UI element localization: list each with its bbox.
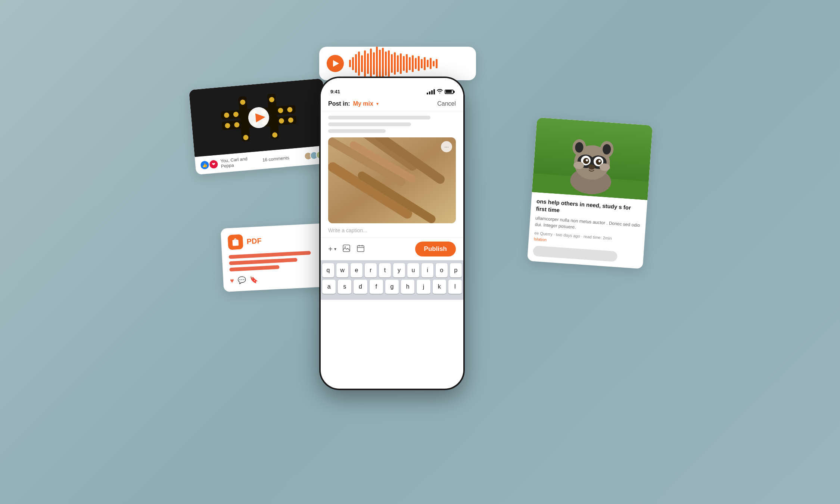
waveform-bar	[412, 55, 414, 72]
waveform-bar	[388, 50, 390, 77]
pdf-line	[229, 265, 280, 271]
key-f[interactable]: f	[370, 280, 383, 294]
key-i[interactable]: i	[421, 263, 433, 277]
caption-area[interactable]: Write a caption...	[321, 223, 463, 237]
text-line	[328, 129, 386, 133]
key-t[interactable]: t	[379, 263, 391, 277]
post-in-label: Post in:	[328, 100, 350, 107]
text-line	[328, 122, 411, 126]
caption-placeholder: Write a caption...	[328, 227, 367, 233]
waveform-bar	[394, 52, 396, 75]
phone-content: Post in: My mix ▾ Cancel	[321, 97, 463, 389]
reactions-group: 👍 ❤	[200, 160, 218, 169]
waveform-bar	[415, 58, 417, 69]
key-y[interactable]: y	[393, 263, 405, 277]
social-reaction-text: You, Carl and Peppa	[220, 155, 260, 169]
waveform-bar	[352, 57, 354, 70]
bookmark-icon[interactable]: 🔖	[249, 275, 258, 284]
signal-bar	[433, 89, 435, 94]
status-bar: 9:41	[330, 89, 454, 94]
article-action-button[interactable]	[533, 245, 617, 262]
pdf-line	[229, 258, 297, 265]
add-chevron-icon: ▾	[334, 246, 336, 252]
waveform-bar	[436, 59, 438, 68]
image-menu-button[interactable]: ···	[441, 141, 452, 152]
phone-screen: 9:41	[321, 78, 463, 389]
calendar-icon[interactable]	[357, 244, 365, 254]
waveform-bar	[373, 52, 375, 75]
signal-icon	[427, 89, 435, 94]
waveform-bar	[433, 61, 435, 66]
battery-icon	[445, 90, 454, 94]
my-mix-button[interactable]: My mix	[353, 100, 373, 107]
waveform-bar	[418, 56, 420, 71]
heart-reaction: ❤	[209, 160, 218, 169]
waveform-bar	[424, 57, 426, 70]
social-post-card: 👍 ❤ You, Carl and Peppa 16 comments	[189, 78, 330, 175]
keyboard: q w e r t y u i o p a s d	[321, 260, 463, 300]
wifi-icon	[437, 89, 443, 94]
pdf-line	[228, 251, 311, 259]
waveform-bar	[364, 50, 366, 77]
signal-bar	[431, 90, 433, 94]
waveform-bar	[376, 47, 378, 80]
waveform-bar	[370, 49, 372, 78]
heart-icon[interactable]: ♥	[230, 277, 234, 285]
phone-mockup: 9:41	[319, 77, 465, 390]
audio-waveform	[349, 47, 469, 80]
time-display: 9:41	[330, 89, 340, 94]
article-link[interactable]: lslation	[534, 236, 547, 242]
key-a[interactable]: a	[322, 280, 336, 294]
key-k[interactable]: k	[433, 280, 446, 294]
waveform-bar	[379, 50, 381, 78]
key-s[interactable]: s	[338, 280, 351, 294]
waveform-bar	[391, 54, 393, 73]
signal-bar	[427, 93, 428, 94]
key-u[interactable]: u	[407, 263, 419, 277]
comment-icon[interactable]: 💬	[237, 276, 246, 284]
post-image: ···	[328, 137, 456, 223]
key-j[interactable]: j	[417, 280, 430, 294]
like-reaction: 👍	[200, 161, 209, 169]
key-w[interactable]: w	[336, 263, 348, 277]
key-h[interactable]: h	[401, 280, 414, 294]
social-card-image	[189, 78, 329, 157]
waveform-bar	[427, 60, 429, 67]
waveform-bar	[349, 60, 351, 67]
text-line	[328, 116, 430, 119]
publish-button[interactable]: Publish	[415, 242, 456, 256]
article-card: ons help others in need, study s for fir…	[527, 118, 653, 269]
article-image	[532, 118, 653, 200]
social-comments-text: 16 comments	[262, 154, 301, 163]
status-bar-area: 9:41	[321, 78, 463, 97]
waveform-bar	[397, 55, 399, 72]
waveform-bar	[421, 59, 423, 68]
signal-bar	[429, 91, 430, 94]
pdf-title-label: PDF	[246, 236, 262, 246]
image-icon[interactable]	[342, 244, 351, 254]
pdf-icon	[228, 234, 243, 250]
add-button[interactable]: + ▾	[328, 245, 336, 253]
pdf-card: PDF ♥ 💬 🔖	[221, 223, 329, 292]
plus-icon: +	[328, 245, 333, 253]
waveform-bar	[385, 52, 387, 76]
waveform-bar	[406, 54, 408, 73]
cancel-button[interactable]: Cancel	[437, 100, 456, 107]
waveform-bar	[367, 53, 369, 74]
key-d[interactable]: d	[354, 280, 367, 294]
key-r[interactable]: r	[365, 263, 377, 277]
article-content: ons help others in need, study s for fir…	[527, 192, 647, 269]
waveform-bar	[430, 58, 432, 69]
key-l[interactable]: l	[448, 280, 462, 294]
key-g[interactable]: g	[385, 280, 399, 294]
key-q[interactable]: q	[322, 263, 334, 277]
key-p[interactable]: p	[450, 263, 462, 277]
waveform-bar	[355, 54, 357, 73]
key-o[interactable]: o	[436, 263, 448, 277]
key-e[interactable]: e	[351, 263, 363, 277]
audio-play-button[interactable]	[327, 55, 344, 72]
waveform-bar	[361, 55, 363, 72]
status-icons	[427, 89, 454, 94]
chevron-down-icon[interactable]: ▾	[376, 101, 379, 106]
pdf-content-lines	[228, 251, 320, 272]
